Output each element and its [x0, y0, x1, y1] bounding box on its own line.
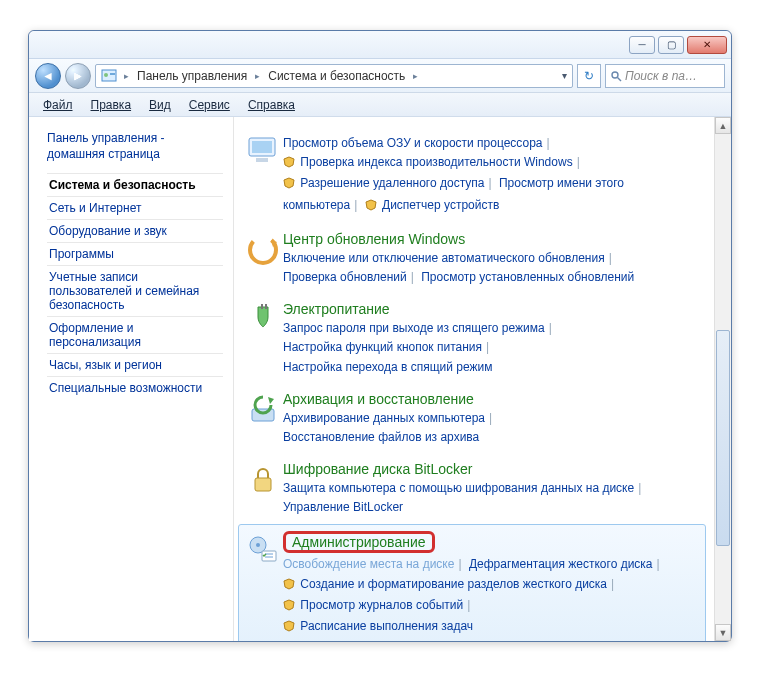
menu-tools[interactable]: Сервис: [181, 96, 238, 114]
svg-rect-6: [252, 141, 272, 153]
svg-rect-14: [255, 478, 271, 491]
category-administration: Администрирование Освобождение места на …: [238, 524, 706, 641]
control-panel-window: ─ ▢ ✕ ◄ ► ▸ Панель управления ▸ Система …: [28, 30, 732, 642]
administration-icon: [243, 531, 283, 571]
bitlocker-icon: [243, 461, 283, 501]
sidebar-item-network[interactable]: Сеть и Интернет: [47, 196, 223, 219]
chevron-icon: ▸: [411, 71, 420, 81]
menu-bar: Файл Правка Вид Сервис Справка: [29, 93, 731, 117]
scroll-down-button[interactable]: ▼: [715, 624, 731, 641]
sidebar-item-programs[interactable]: Программы: [47, 242, 223, 265]
svg-rect-7: [256, 158, 268, 162]
shield-icon: [283, 155, 295, 174]
link-password-wake[interactable]: Запрос пароля при выходе из спящего режи…: [283, 321, 545, 335]
sidebar-item-clock[interactable]: Часы, язык и регион: [47, 353, 223, 376]
link-backup[interactable]: Архивирование данных компьютера: [283, 411, 485, 425]
breadcrumb-current[interactable]: Система и безопасность: [262, 65, 411, 87]
svg-rect-11: [265, 304, 267, 309]
back-button[interactable]: ◄: [35, 63, 61, 89]
title-administration-highlight: Администрирование: [283, 531, 435, 553]
svg-rect-12: [252, 409, 274, 421]
menu-file[interactable]: Файл: [35, 96, 81, 114]
title-power[interactable]: Электропитание: [283, 301, 390, 317]
sidebar-item-system-security[interactable]: Система и безопасность: [47, 173, 223, 196]
search-placeholder: Поиск в па…: [625, 69, 697, 83]
breadcrumb-root[interactable]: Панель управления: [131, 65, 253, 87]
sidebar-item-accessibility[interactable]: Специальные возможности: [47, 376, 223, 399]
menu-edit[interactable]: Правка: [83, 96, 140, 114]
link-partitions[interactable]: Создание и форматирование разделов жестк…: [300, 577, 607, 591]
link-tasksched[interactable]: Расписание выполнения задач: [300, 619, 473, 633]
titlebar: ─ ▢ ✕: [29, 31, 731, 59]
shield-icon: [283, 176, 295, 195]
link-installed-updates[interactable]: Просмотр установленных обновлений: [421, 270, 634, 284]
menu-view[interactable]: Вид: [141, 96, 179, 114]
close-button[interactable]: ✕: [687, 36, 727, 54]
category-backup: Архивация и восстановление Архивирование…: [238, 384, 706, 454]
menu-help[interactable]: Справка: [240, 96, 303, 114]
svg-line-4: [618, 77, 622, 81]
scrollbar[interactable]: ▲ ▼: [714, 117, 731, 641]
sidebar-home-1[interactable]: Панель управления -: [47, 131, 223, 145]
shield-icon: [365, 198, 377, 217]
search-icon: [610, 70, 622, 82]
chevron-icon: ▸: [122, 71, 131, 81]
sidebar-home-2[interactable]: домашняя страница: [47, 147, 223, 161]
backup-icon: [243, 391, 283, 431]
power-icon: [243, 301, 283, 341]
link-remote[interactable]: Разрешение удаленного доступа: [300, 176, 484, 190]
chevron-icon: ▸: [253, 71, 262, 81]
refresh-button[interactable]: ↻: [577, 64, 601, 88]
scroll-track[interactable]: [715, 134, 731, 624]
category-bitlocker: Шифрование диска BitLocker Защита компью…: [238, 454, 706, 524]
sidebar-item-hardware[interactable]: Оборудование и звук: [47, 219, 223, 242]
address-dropdown-icon[interactable]: ▾: [556, 70, 572, 81]
link-ram-cpu[interactable]: Просмотр объема ОЗУ и скорости процессор…: [283, 136, 543, 150]
svg-point-16: [256, 543, 260, 547]
link-eventlog[interactable]: Просмотр журналов событий: [300, 598, 463, 612]
link-auto-update[interactable]: Включение или отключение автоматического…: [283, 251, 605, 265]
sidebar-item-accounts[interactable]: Учетные записи пользователей и семейная …: [47, 265, 223, 316]
title-windows-update[interactable]: Центр обновления Windows: [283, 231, 465, 247]
maximize-button[interactable]: ▢: [658, 36, 684, 54]
link-check-updates[interactable]: Проверка обновлений: [283, 270, 407, 284]
category-power: Электропитание Запрос пароля при выходе …: [238, 294, 706, 384]
svg-point-1: [104, 73, 108, 77]
link-bitlocker-manage[interactable]: Управление BitLocker: [283, 500, 403, 514]
system-icon: [243, 132, 283, 172]
title-administration[interactable]: Администрирование: [292, 534, 426, 550]
control-panel-icon: [100, 67, 118, 85]
svg-point-3: [612, 72, 618, 78]
category-windows-update: Центр обновления Windows Включение или о…: [238, 224, 706, 294]
svg-marker-13: [268, 397, 274, 404]
svg-rect-2: [110, 73, 115, 75]
address-bar[interactable]: ▸ Панель управления ▸ Система и безопасн…: [95, 64, 573, 88]
shield-icon: [283, 577, 295, 596]
forward-button[interactable]: ►: [65, 63, 91, 89]
link-sleep[interactable]: Настройка перехода в спящий режим: [283, 360, 492, 374]
title-backup[interactable]: Архивация и восстановление: [283, 391, 474, 407]
minimize-button[interactable]: ─: [629, 36, 655, 54]
title-bitlocker[interactable]: Шифрование диска BitLocker: [283, 461, 473, 477]
sidebar-item-appearance[interactable]: Оформление и персонализация: [47, 316, 223, 353]
nav-row: ◄ ► ▸ Панель управления ▸ Система и безо…: [29, 59, 731, 93]
svg-rect-10: [261, 304, 263, 309]
scroll-thumb[interactable]: [716, 330, 730, 546]
link-restore[interactable]: Восстановление файлов из архива: [283, 430, 479, 444]
link-defrag[interactable]: Дефрагментация жесткого диска: [469, 557, 653, 571]
search-input[interactable]: Поиск в па…: [605, 64, 725, 88]
shield-icon: [283, 619, 295, 638]
windows-update-icon: [243, 231, 283, 271]
link-devmgr[interactable]: Диспетчер устройств: [382, 198, 499, 212]
link-power-buttons[interactable]: Настройка функций кнопок питания: [283, 340, 482, 354]
shield-icon: [283, 598, 295, 617]
link-bitlocker-protect[interactable]: Защита компьютера с помощью шифрования д…: [283, 481, 634, 495]
category-system: Просмотр объема ОЗУ и скорости процессор…: [238, 125, 706, 224]
link-disk-cleanup[interactable]: Освобождение места на диске: [283, 557, 454, 571]
scroll-up-button[interactable]: ▲: [715, 117, 731, 134]
content-area: Панель управления - домашняя страница Си…: [29, 117, 731, 641]
sidebar: Панель управления - домашняя страница Си…: [29, 117, 234, 641]
main-panel: Просмотр объема ОЗУ и скорости процессор…: [234, 117, 714, 641]
link-perf-index[interactable]: Проверка индекса производительности Wind…: [300, 155, 572, 169]
